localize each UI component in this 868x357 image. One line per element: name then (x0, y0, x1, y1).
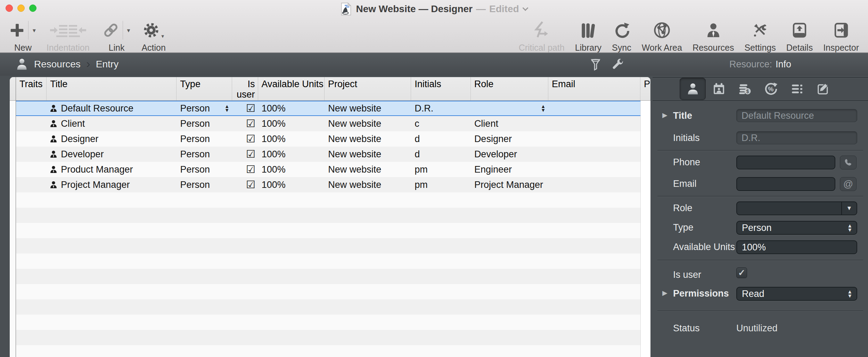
project-cell: New website (325, 162, 411, 177)
zoom-button[interactable] (29, 5, 36, 12)
table-row[interactable]: Product Manager Person ▲▼ ☑ 100% New web… (16, 162, 640, 177)
new-dropdown-caret-icon[interactable]: ▼ (32, 27, 37, 33)
wrench-icon[interactable] (611, 58, 625, 72)
resource-custom-data-icon (790, 82, 804, 96)
column-header[interactable]: Project (325, 77, 411, 100)
role-dropdown-icon[interactable]: ▼ (841, 202, 857, 215)
role-stepper-icon[interactable]: ▲▼ (541, 105, 546, 112)
minimize-button[interactable] (17, 5, 25, 12)
column-header[interactable]: Traits (16, 77, 47, 100)
type-label: Type (673, 222, 694, 233)
column-header[interactable]: Type (177, 77, 232, 100)
tab-resource-calendar[interactable] (706, 78, 732, 100)
action-button[interactable]: ▼ Action (141, 18, 165, 53)
document-icon (341, 2, 352, 16)
is-user-cell[interactable]: ☑ (232, 162, 258, 177)
call-button[interactable] (840, 156, 857, 169)
table-row[interactable]: Client Person ▲▼ ☑ 100% New website c Cl (16, 116, 640, 131)
table-row[interactable]: Project Manager Person ▲▼ ☑ 100% New web… (16, 177, 640, 192)
column-header[interactable]: Initials (411, 77, 471, 100)
type-popup[interactable]: Person ▲▼ (736, 221, 857, 235)
initials-cell: c (411, 116, 471, 131)
column-header[interactable]: Email (548, 77, 640, 100)
tab-resource-info[interactable] (680, 78, 706, 100)
filter-icon[interactable] (589, 58, 602, 72)
title-cell: Developer (47, 147, 177, 162)
role-cell: Client ▲▼ (471, 116, 548, 131)
phone-field[interactable] (736, 156, 835, 169)
initials-label: Initials (673, 133, 700, 143)
title-field[interactable]: Default Resource (736, 109, 857, 122)
tab-resource-utilization[interactable]: % (758, 78, 784, 100)
title-cell: Default Resource (47, 101, 177, 115)
traits-cell (16, 116, 47, 131)
resource-calendar-icon (712, 82, 726, 96)
table-header: Traits Title Type Is user Available Unit… (10, 77, 650, 101)
checkbox-checked-icon: ☑ (246, 103, 255, 114)
inspector-header: Resource: Info (653, 53, 868, 76)
email-cell (548, 101, 640, 115)
type-stepper-icon[interactable]: ▲▼ (224, 105, 229, 112)
is-user-checkbox[interactable]: ✓ (736, 267, 747, 278)
role-cell: Developer ▲▼ (471, 147, 548, 162)
checkbox-checked-icon: ☑ (246, 149, 255, 159)
email-cell (548, 177, 640, 192)
window-chrome: New Website — Designer — Edited ▼ New (0, 0, 868, 53)
type-cell: Person ▲▼ (177, 116, 232, 131)
title-disclosure-icon[interactable]: ▶ (662, 111, 668, 119)
checkbox-checked-icon: ☑ (246, 180, 255, 190)
tab-resource-note[interactable] (810, 78, 836, 100)
breadcrumb-person-icon (15, 57, 28, 71)
traits-cell (16, 131, 47, 147)
edited-status: Edited (489, 3, 519, 15)
available-units-label: Available Units (673, 242, 735, 252)
table-row[interactable]: Designer Person ▲▼ ☑ 100% New website d (16, 131, 640, 147)
breadcrumb: Resources › Entry (15, 53, 118, 76)
tab-resource-costs[interactable]: $ (732, 78, 758, 100)
column-header[interactable]: Is user (232, 77, 258, 100)
settings-button[interactable]: Settings (744, 18, 776, 53)
table-row[interactable]: Default Resource Person ▲▼ ☑ 100% New we… (16, 101, 640, 116)
inspector-header-value: Info (776, 59, 791, 70)
breadcrumb-item-entry[interactable]: Entry (96, 59, 118, 70)
available-units-field[interactable]: 100% (736, 240, 857, 254)
column-header[interactable]: P (640, 77, 650, 100)
column-header[interactable]: Title (47, 77, 177, 100)
is-user-cell[interactable]: ☑ (232, 131, 258, 147)
close-button[interactable] (6, 5, 13, 12)
initials-field[interactable]: D.R. (736, 131, 857, 144)
work-area-button[interactable]: Work Area (642, 18, 682, 53)
vertical-scrollbar-track[interactable] (640, 101, 650, 357)
email-label: Email (673, 178, 697, 189)
compose-email-button[interactable]: @ (840, 177, 857, 191)
is-user-cell[interactable]: ☑ (232, 177, 258, 192)
permissions-popup[interactable]: Read ▲▼ (736, 287, 857, 301)
is-user-cell[interactable]: ☑ (232, 101, 258, 115)
title-chevron-down-icon[interactable] (522, 5, 528, 11)
resources-button[interactable]: Resources (693, 18, 734, 53)
type-stepper-icon: ▲▼ (847, 224, 852, 232)
column-header[interactable]: Available Units (258, 77, 325, 100)
email-field[interactable] (736, 177, 835, 191)
inspector-button[interactable]: Inspector (823, 18, 859, 53)
is-user-cell[interactable]: ☑ (232, 147, 258, 162)
details-button[interactable]: Details (786, 18, 813, 53)
sync-button[interactable]: Sync (612, 18, 631, 53)
new-button[interactable]: ▼ New (9, 18, 37, 53)
initials-cell: pm (411, 177, 471, 192)
column-header[interactable]: Role (471, 77, 548, 100)
tab-resource-custom-data[interactable] (784, 78, 810, 100)
link-dropdown-caret-icon[interactable]: ▼ (126, 27, 131, 33)
is-user-cell[interactable]: ☑ (232, 116, 258, 131)
svg-text:$: $ (746, 89, 749, 94)
breadcrumb-item-resources[interactable]: Resources (34, 59, 81, 70)
action-dropdown-caret-icon[interactable]: ▼ (161, 34, 165, 39)
divider (28, 21, 28, 40)
library-button[interactable]: Library (575, 18, 601, 53)
checkbox-checked-icon: ☑ (246, 164, 255, 175)
plus-icon (9, 22, 25, 38)
permissions-disclosure-icon[interactable]: ▶ (662, 289, 668, 297)
role-combobox[interactable]: ▼ (736, 201, 857, 215)
link-button[interactable]: ▼ Link (102, 18, 131, 53)
table-row[interactable]: Developer Person ▲▼ ☑ 100% New website d (16, 147, 640, 162)
